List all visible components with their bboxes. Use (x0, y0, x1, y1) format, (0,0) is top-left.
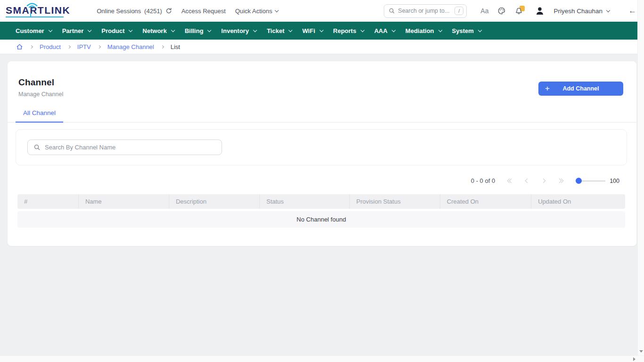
online-sessions-label: Online Sessions (97, 8, 141, 15)
chevron-down-icon (253, 28, 257, 32)
chevron-down-icon (606, 8, 610, 12)
quick-actions-label: Quick Actions (235, 8, 272, 15)
scroll-down-arrow[interactable] (639, 350, 643, 353)
nav-item-label: Network (142, 27, 166, 34)
font-size-toggle[interactable]: Aa (480, 7, 488, 15)
filter-panel (16, 129, 627, 165)
breadcrumb-current: List (171, 43, 180, 50)
tabs: All Channel (8, 109, 636, 123)
nav-item-label: Partner (62, 27, 84, 34)
app-root: SMARTLINK Online Sessions (4251) Access … (0, 0, 644, 362)
nav-item-label: Mediation (405, 27, 434, 34)
nav-item-inventory[interactable]: Inventory (221, 27, 256, 34)
vertical-scrollbar[interactable] (637, 0, 644, 355)
main-nav: Customer Partner Product Network Billing… (0, 22, 644, 40)
main-content: Channel Manage Channel + Add Channel All… (0, 54, 644, 246)
quick-actions-menu[interactable]: Quick Actions (235, 8, 279, 15)
nav-item-label: System (452, 27, 474, 34)
user-menu[interactable]: Priyesh Chauhan (553, 8, 610, 15)
chevron-down-icon (48, 28, 52, 32)
logo-underline (6, 16, 64, 17)
theme-palette-icon[interactable] (497, 7, 506, 15)
add-channel-button-label: Add Channel (562, 85, 599, 92)
page-title: Channel (18, 77, 63, 88)
column-header-name: Name (78, 194, 169, 209)
add-channel-button[interactable]: + Add Channel (538, 82, 623, 96)
access-request-link[interactable]: Access Request (182, 8, 226, 15)
nav-item-product[interactable]: Product (101, 27, 132, 34)
breadcrumb-link-product[interactable]: Product (40, 43, 61, 50)
global-search[interactable]: / (384, 4, 467, 18)
channel-table: # Name Description Status Provision Stat… (17, 194, 625, 228)
scroll-right-arrow[interactable] (633, 357, 636, 361)
last-page-button[interactable] (558, 179, 563, 182)
previous-page-button[interactable] (526, 179, 529, 182)
nav-item-reports[interactable]: Reports (333, 27, 364, 34)
wifi-icon (26, 2, 38, 9)
channel-search-input[interactable] (45, 144, 216, 151)
nav-item-label: AAA (374, 27, 388, 34)
nav-item-label: Billing (185, 27, 204, 34)
nav-item-partner[interactable]: Partner (62, 27, 91, 34)
top-icons: Aa Priyesh Chauhan (480, 6, 636, 16)
column-header-created-on: Created On (440, 194, 531, 209)
empty-state-row: No Channel found (17, 211, 625, 228)
tab-all-channel[interactable]: All Channel (16, 109, 63, 123)
page-subtitle: Manage Channel (18, 91, 63, 98)
nav-item-ticket[interactable]: Ticket (267, 27, 292, 34)
nav-item-mediation[interactable]: Mediation (405, 27, 442, 34)
online-sessions: Online Sessions (4251) (97, 8, 172, 15)
chevron-down-icon (360, 28, 364, 32)
column-header-status: Status (259, 194, 349, 209)
smartlink-logo[interactable]: SMARTLINK (6, 5, 70, 17)
back-arrow-icon[interactable]: ← (628, 6, 636, 16)
refresh-icon[interactable] (165, 8, 172, 14)
column-header-provision-status: Provision Status (349, 194, 440, 209)
nav-item-system[interactable]: System (452, 27, 481, 34)
slider-handle[interactable] (576, 178, 582, 184)
empty-state-message: No Channel found (297, 216, 346, 223)
nav-item-wifi[interactable]: WiFi (302, 27, 322, 34)
first-page-button[interactable] (508, 179, 513, 182)
nav-item-network[interactable]: Network (142, 27, 174, 34)
chevron-right-icon (67, 45, 71, 48)
chevron-right-icon (30, 45, 33, 48)
chevron-down-icon (289, 28, 292, 32)
pagination-range: 0 - 0 of 0 (471, 177, 495, 184)
nav-item-label: Inventory (221, 27, 249, 34)
nav-item-label: Customer (16, 27, 44, 34)
channel-card: Channel Manage Channel + Add Channel All… (8, 61, 636, 246)
channel-search[interactable] (27, 140, 222, 155)
chevron-down-icon (129, 28, 132, 32)
plus-icon: + (545, 84, 550, 93)
column-header-updated-on: Updated On (531, 194, 625, 209)
slider-track (581, 181, 605, 181)
breadcrumb-link-manage-channel[interactable]: Manage Channel (107, 43, 154, 50)
top-links: Online Sessions (4251) Access Request Qu… (97, 8, 278, 15)
card-header: Channel Manage Channel + Add Channel (8, 61, 636, 98)
notifications-bell[interactable] (515, 7, 523, 15)
chevron-down-icon (171, 28, 174, 32)
chevron-down-icon (438, 28, 442, 32)
user-name: Priyesh Chauhan (553, 8, 603, 15)
next-page-button[interactable] (542, 179, 545, 182)
global-search-input[interactable] (398, 8, 452, 14)
online-sessions-count: (4251) (144, 8, 162, 15)
avatar[interactable] (535, 6, 545, 16)
chevron-down-icon (319, 28, 323, 32)
nav-item-billing[interactable]: Billing (185, 27, 211, 34)
nav-item-label: Reports (333, 27, 356, 34)
chevron-down-icon (88, 28, 91, 32)
chevron-down-icon (207, 28, 211, 32)
chevron-right-icon (98, 45, 101, 48)
nav-item-customer[interactable]: Customer (16, 27, 52, 34)
nav-item-aaa[interactable]: AAA (374, 27, 395, 34)
page-size-slider[interactable]: 100 (576, 178, 619, 184)
home-icon[interactable] (16, 43, 23, 50)
breadcrumb-link-iptv[interactable]: IPTV (77, 43, 91, 50)
horizontal-scrollbar[interactable] (0, 355, 644, 362)
nav-item-label: WiFi (302, 27, 315, 34)
top-header: SMARTLINK Online Sessions (4251) Access … (0, 0, 644, 22)
search-icon (33, 144, 41, 151)
chevron-right-icon (161, 45, 164, 48)
